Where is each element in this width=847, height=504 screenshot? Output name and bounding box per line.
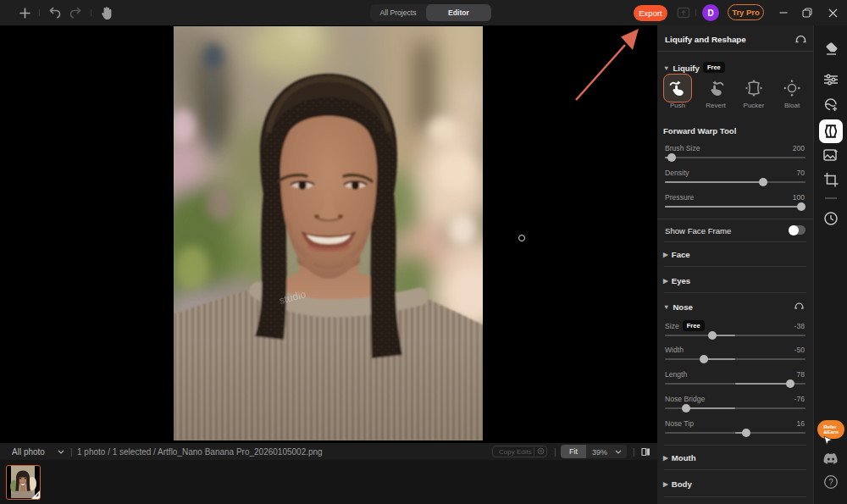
svg-text:?: ? bbox=[828, 478, 833, 487]
